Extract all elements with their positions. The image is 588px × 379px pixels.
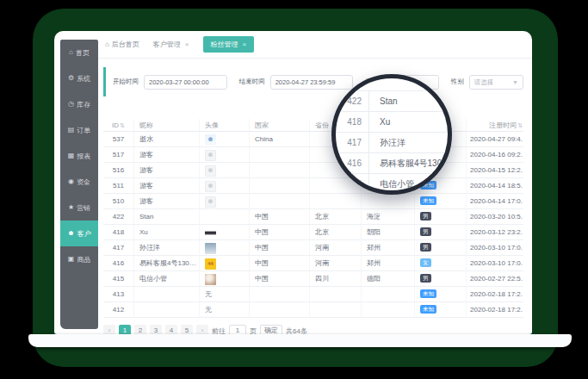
- magnifier-loupe: 422Stan418Xu417孙汪洋416易科客服4号1302750415电信小…: [331, 74, 452, 195]
- cell-register-time: 2020-02-18 17:2.: [467, 287, 523, 302]
- cell-register-time: 2020-03-10 17:0.: [467, 256, 523, 271]
- column-header-ID[interactable]: ID⇅: [103, 119, 134, 132]
- cell-register-time: 2020-03-20 10:5.: [467, 209, 523, 225]
- sidebar-item-报表[interactable]: ▦报表: [60, 143, 98, 169]
- table-row: 412无未知2020-02-18 17:2.: [103, 302, 523, 318]
- magnifier-row: 417孙汪洋: [336, 133, 448, 153]
- tab-label: 粉丝管理: [211, 40, 238, 49]
- cell-register-time: 2020-02-18 17:2.: [467, 302, 523, 318]
- tab-客户管理[interactable]: 客户管理×: [153, 40, 189, 49]
- cell-nickname: Stan: [134, 209, 200, 225]
- table-row: 510游客☻未知2020-04-14 17:0.: [103, 194, 523, 209]
- page-button-1[interactable]: 1: [119, 325, 131, 334]
- clock-icon: ◷: [68, 101, 74, 108]
- cell-avatar: [200, 240, 250, 256]
- page-button-5[interactable]: 5: [181, 325, 193, 334]
- cell-register-time: 2020-04-14 17:0.: [467, 194, 523, 209]
- cell-id: 412: [103, 302, 134, 318]
- main-content: ⌂后台首页客户管理×粉丝管理× 开始时间 2020-03-27 00:00:00…: [98, 31, 532, 334]
- confirm-button[interactable]: 确定: [260, 325, 282, 334]
- cell-city: 郑州: [362, 240, 415, 256]
- close-icon[interactable]: ×: [185, 40, 189, 48]
- gender-badge: 男: [420, 274, 431, 283]
- table-row: 416易科客服4号130275044中国河南郑州女2020-03-10 17:0…: [103, 256, 523, 271]
- magnifier-row-id: 417: [336, 138, 362, 147]
- prev-page-button[interactable]: ‹: [103, 325, 115, 334]
- sidebar-item-label: 商品: [77, 255, 90, 264]
- avatar: ☻: [205, 181, 216, 192]
- sidebar-item-商品[interactable]: ▣商品: [60, 246, 98, 272]
- sort-icon[interactable]: ⇅: [120, 122, 125, 128]
- gender-badge: 女: [420, 258, 431, 267]
- tab-label: 客户管理: [153, 40, 181, 49]
- sidebar-item-客户[interactable]: ☻客户: [60, 221, 98, 246]
- star-icon: ★: [68, 204, 74, 211]
- column-header-注册时间[interactable]: 注册时间⇅: [467, 119, 523, 132]
- table-row: 422Stan中国北京海淀男2020-03-20 10:5.: [103, 209, 523, 225]
- avatar-none-text: 无: [205, 302, 249, 318]
- cell-province: [310, 302, 362, 318]
- cell-gender: 男: [415, 225, 467, 240]
- page-button-2[interactable]: 2: [134, 325, 146, 334]
- cell-city: [362, 302, 415, 318]
- cell-city: [362, 194, 415, 209]
- cell-country: China: [250, 132, 310, 147]
- avatar: ☻: [205, 165, 216, 177]
- start-time-input[interactable]: 2020-03-27 00:00:00: [144, 75, 227, 90]
- cell-id: 413: [103, 287, 134, 302]
- cell-avatar: [200, 271, 250, 287]
- page-button-3[interactable]: 3: [150, 325, 162, 334]
- sort-icon[interactable]: ⇅: [517, 122, 523, 128]
- table-row: 417孙汪洋中国河南郑州男2020-03-10 17:0.: [103, 240, 523, 256]
- cell-city: 海淀: [362, 209, 415, 225]
- jump-page-input[interactable]: 1: [229, 325, 246, 334]
- cell-country: [250, 178, 310, 194]
- sidebar-item-营销[interactable]: ★营销: [60, 195, 98, 221]
- table-row: 418Xu中国北京朝阳男2020-03-12 23:2.: [103, 225, 523, 240]
- sidebar-item-label: 订单: [77, 126, 90, 135]
- cell-nickname: Xu: [134, 225, 200, 240]
- gender-badge: 未知: [420, 305, 436, 314]
- cell-avatar: 44: [200, 256, 250, 271]
- cell-nickname: 逝水: [134, 132, 200, 147]
- person-icon: ☻: [67, 230, 74, 237]
- page-button-4[interactable]: 4: [165, 325, 177, 334]
- sidebar-item-订单[interactable]: ▤订单: [60, 117, 98, 143]
- sidebar-item-库存[interactable]: ◷库存: [60, 91, 98, 117]
- fans-table: ID⇅昵称头像国家省份城市性别注册时间⇅ 537逝水☻China未知2020-0…: [103, 119, 523, 318]
- cell-register-time: 2020-03-10 17:0.: [467, 240, 523, 256]
- avatar: [205, 227, 216, 239]
- cell-id: 415: [103, 271, 134, 287]
- sidebar-item-系统[interactable]: ⚙系统: [60, 65, 98, 91]
- monitor-icon: ▦: [68, 152, 75, 159]
- cell-nickname: 游客: [134, 194, 200, 209]
- sidebar-item-资金[interactable]: ◉资金: [60, 169, 98, 195]
- home-icon: ⌂: [105, 40, 109, 48]
- magnifier-row-id: 418: [336, 117, 362, 127]
- tab-后台首页[interactable]: ⌂后台首页: [105, 40, 139, 49]
- cell-country: 中国: [250, 225, 310, 240]
- cell-gender: 未知: [415, 194, 467, 209]
- magnifier-row: 422Stan: [336, 91, 448, 112]
- sidebar-item-首页[interactable]: ⌂首页: [60, 40, 98, 65]
- cell-country: 中国: [250, 271, 310, 287]
- tab-label: 后台首页: [112, 40, 139, 49]
- gender-badge: 未知: [420, 196, 436, 205]
- tab-粉丝管理[interactable]: 粉丝管理×: [203, 36, 255, 53]
- close-icon[interactable]: ×: [243, 40, 247, 48]
- cell-id: 517: [103, 147, 134, 163]
- magnifier-row: 416易科客服4号1302750: [336, 153, 448, 174]
- table-row: 537逝水☻China未知2020-04-27 09:4.: [103, 132, 523, 147]
- end-time-input[interactable]: 2020-04-27 23:59:59: [270, 75, 354, 90]
- cell-avatar: ☻: [200, 147, 250, 163]
- start-time-label: 开始时间: [113, 78, 139, 86]
- next-page-button[interactable]: ›: [196, 325, 208, 334]
- cell-city: 郑州: [362, 256, 415, 271]
- cell-country: 中国: [250, 256, 310, 271]
- avatar-none-text: 无: [205, 287, 249, 302]
- gender-select[interactable]: 请选择 ▼: [469, 75, 523, 90]
- cell-city: 德阳: [362, 271, 415, 287]
- cell-country: [250, 287, 310, 302]
- cell-avatar: 无: [200, 287, 250, 302]
- cell-gender: 未知: [415, 302, 467, 318]
